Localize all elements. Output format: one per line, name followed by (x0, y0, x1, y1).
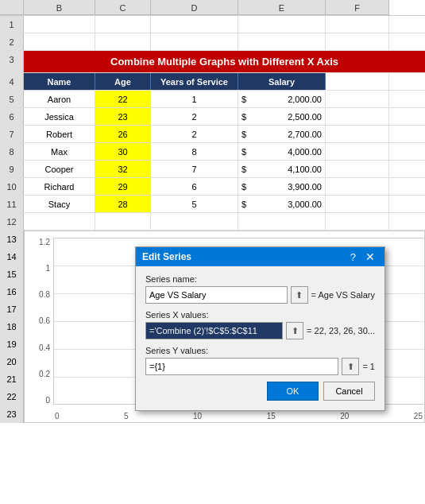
ok-button[interactable]: OK (267, 382, 319, 401)
row-3-title: 3 Combine Multiple Graphs with Different… (0, 51, 425, 73)
series-x-label: Series X values: (145, 310, 375, 320)
rownum-2: 2 (0, 33, 24, 50)
cell-1e (238, 16, 326, 33)
cell-11d: 5 (151, 196, 238, 212)
cell-6c: 23 (95, 108, 151, 125)
rownum-3: 3 (0, 51, 24, 72)
cell-2c (95, 33, 151, 50)
series-y-collapse-btn[interactable]: ⬆ (342, 358, 359, 375)
col-header-e: E (238, 0, 326, 15)
cell-1f (326, 16, 389, 33)
series-x-eq: = 22, 23, 26, 30... (307, 326, 375, 335)
rownum-1: 1 (0, 16, 24, 33)
y-label-08: 0.8 (39, 290, 50, 299)
x-label-20: 20 (340, 412, 349, 421)
cell-7e: $2,700.00 (238, 126, 326, 142)
cell-4f (326, 73, 389, 90)
x-label-0: 0 (55, 412, 60, 421)
cell-8c: 30 (95, 143, 151, 160)
cell-9d: 7 (151, 161, 238, 177)
dialog-help-button[interactable]: ? (347, 251, 359, 263)
y-label-0: 0 (45, 396, 50, 405)
row-10: 10 Richard 29 6 $3,900.00 (0, 178, 425, 196)
cell-9e: $4,100.00 (238, 161, 326, 177)
col-header-row: B C D E F (0, 0, 425, 16)
y-label-12: 1.2 (39, 238, 50, 246)
cell-8e: $4,000.00 (238, 143, 326, 160)
x-label-10: 10 (193, 412, 202, 421)
x-axis: 0 5 10 15 20 25 (53, 412, 424, 421)
cell-9b: Cooper (24, 161, 95, 177)
row-4-headers: 4 Name Age Years of Service Salary (0, 73, 425, 91)
cell-7c: 26 (95, 126, 151, 142)
row-9: 9 Cooper 32 7 $4,100.00 (0, 161, 425, 178)
x-label-25: 25 (414, 412, 423, 421)
cell-10b: Richard (24, 178, 95, 195)
col-header-b: B (24, 0, 95, 15)
dialog-body: Series name: ⬆ = Age VS Salary Series X … (136, 266, 384, 410)
dialog-title: Edit Series (142, 251, 191, 262)
cell-9c: 32 (95, 161, 151, 177)
cell-1b (24, 16, 95, 33)
rownum-4: 4 (0, 73, 24, 90)
row-8: 8 Max 30 8 $4,000.00 (0, 143, 425, 161)
spreadsheet-title: Combine Multiple Graphs with Different X… (24, 51, 425, 72)
cell-5c: 22 (95, 91, 151, 107)
dialog-close-button[interactable]: ✕ (362, 250, 378, 263)
cell-5f (326, 91, 389, 107)
col-header-f: F (326, 0, 389, 15)
series-name-collapse-btn[interactable]: ⬆ (291, 286, 308, 304)
dialog-controls: ? ✕ (347, 250, 378, 263)
cell-2d (151, 33, 238, 50)
cell-11e: $3,000.00 (238, 196, 326, 212)
dialog-buttons: OK Cancel (145, 382, 375, 401)
series-x-collapse-btn[interactable]: ⬆ (286, 322, 303, 339)
dialog-titlebar: Edit Series ? ✕ (136, 247, 384, 266)
cancel-button[interactable]: Cancel (323, 382, 375, 401)
series-x-input[interactable]: ='Combine (2)'!$C$5:$C$11 (145, 322, 283, 339)
y-label-1: 1 (45, 264, 50, 273)
cell-6b: Jessica (24, 108, 95, 125)
edit-series-dialog: Edit Series ? ✕ Series name: ⬆ = Age VS … (135, 246, 385, 411)
y-axis: 1.2 1 0.8 0.6 0.4 0.2 0 (25, 238, 53, 405)
header-years: Years of Service (151, 73, 238, 90)
cell-2e (238, 33, 326, 50)
cell-11f (326, 196, 389, 212)
cell-8d: 8 (151, 143, 238, 160)
row-1: 1 (0, 16, 425, 33)
cell-9f (326, 161, 389, 177)
cell-11b: Stacy (24, 196, 95, 212)
x-label-15: 15 (267, 412, 276, 421)
cell-5d: 1 (151, 91, 238, 107)
cell-7f (326, 126, 389, 142)
series-y-input[interactable] (145, 358, 338, 375)
cell-8b: Max (24, 143, 95, 160)
series-name-input[interactable] (145, 286, 288, 304)
cell-2b (24, 33, 95, 50)
series-name-label: Series name: (145, 274, 375, 284)
cell-7b: Robert (24, 126, 95, 142)
cell-6d: 2 (151, 108, 238, 125)
y-label-04: 0.4 (39, 343, 50, 352)
cell-10e: $3,900.00 (238, 178, 326, 195)
cell-5b: Aaron (24, 91, 95, 107)
cell-8f (326, 143, 389, 160)
series-y-label: Series Y values: (145, 346, 375, 355)
y-label-06: 0.6 (39, 316, 50, 325)
series-y-eq: = 1 (362, 362, 375, 371)
row-numbers-chart: 13 14 15 16 17 18 19 20 21 22 23 (0, 231, 24, 423)
series-x-row: ='Combine (2)'!$C$5:$C$11 ⬆ = 22, 23, 26… (145, 322, 375, 339)
cell-1d (151, 16, 238, 33)
row-7: 7 Robert 26 2 $2,700.00 (0, 126, 425, 143)
col-header-d: D (151, 0, 238, 15)
x-label-5: 5 (124, 412, 129, 421)
col-header-c: C (95, 0, 151, 15)
cell-1c (95, 16, 151, 33)
cell-10c: 29 (95, 178, 151, 195)
cell-6e: $2,500.00 (238, 108, 326, 125)
series-name-eq: = Age VS Salary (311, 290, 375, 300)
series-name-row: ⬆ = Age VS Salary (145, 286, 375, 304)
row-5: 5 Aaron 22 1 $2,000.00 (0, 91, 425, 108)
row-6: 6 Jessica 23 2 $2,500.00 (0, 108, 425, 126)
cell-6f (326, 108, 389, 125)
